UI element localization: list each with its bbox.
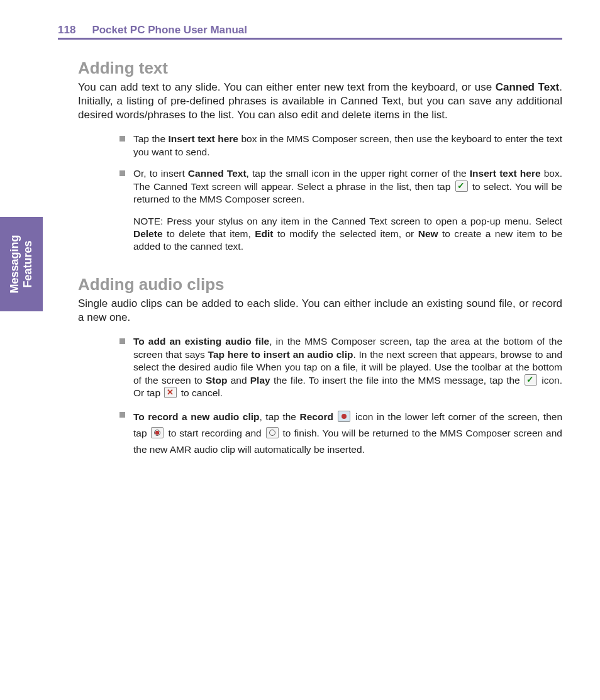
bold-canned-text: Canned Text bbox=[188, 168, 247, 179]
bold-record: Record bbox=[300, 411, 333, 422]
heading-adding-text: Adding text bbox=[78, 58, 562, 78]
x-icon bbox=[164, 387, 177, 398]
page-number: 118 bbox=[58, 24, 75, 36]
record-icon bbox=[338, 411, 350, 422]
text: Or, to insert bbox=[133, 168, 188, 179]
list-item: Tap the Insert text here box in the MMS … bbox=[116, 133, 562, 158]
record-stop-icon bbox=[266, 427, 279, 438]
side-tab-line2: Features bbox=[21, 240, 35, 287]
list-item: Or, to insert Canned Text, tap the small… bbox=[116, 167, 562, 253]
bold-new: New bbox=[418, 228, 438, 239]
bold-record-new-audio: To record a new audio clip bbox=[133, 411, 260, 422]
text: You can add text to any slide. You can e… bbox=[78, 81, 496, 93]
bold-insert-text-here: Insert text here bbox=[169, 133, 238, 144]
adding-audio-intro: Single audio clips can be added to each … bbox=[78, 297, 562, 325]
bold-insert-text-here: Insert text here bbox=[470, 168, 541, 179]
bold-delete: Delete bbox=[133, 228, 163, 239]
section-adding-audio: Adding audio clips Single audio clips ca… bbox=[78, 275, 562, 458]
bold-play: Play bbox=[250, 375, 270, 386]
bold-tap-here-insert-audio: Tap here to insert an audio clip bbox=[208, 349, 353, 360]
text: , tap the bbox=[260, 411, 300, 422]
text: Tap the bbox=[133, 133, 169, 144]
adding-text-intro: You can add text to any slide. You can e… bbox=[78, 81, 562, 121]
text: the file. To insert the file into the MM… bbox=[270, 375, 523, 386]
content: Adding text You can add text to any slid… bbox=[78, 58, 562, 476]
bold-stop: Stop bbox=[206, 375, 227, 386]
list-item: To add an existing audio file, in the MM… bbox=[116, 335, 562, 399]
text: NOTE: Press your stylus on any item in t… bbox=[133, 216, 562, 226]
check-icon bbox=[455, 181, 468, 192]
bold-edit: Edit bbox=[255, 228, 273, 239]
page: 118 Pocket PC Phone User Manual Messagin… bbox=[0, 0, 600, 700]
manual-title: Pocket PC Phone User Manual bbox=[92, 24, 247, 36]
check-icon bbox=[525, 374, 537, 386]
text: , tap the small icon in the upper right … bbox=[247, 168, 470, 179]
text: to start recording and bbox=[165, 428, 264, 438]
adding-text-list: Tap the Insert text here box in the MMS … bbox=[116, 133, 562, 253]
text: to cancel. bbox=[178, 387, 223, 398]
bold-add-existing-audio: To add an existing audio file bbox=[133, 336, 269, 347]
bold-canned-text: Canned Text bbox=[496, 81, 560, 93]
text: to delete that item, bbox=[163, 228, 255, 239]
note: NOTE: Press your stylus on any item in t… bbox=[133, 215, 562, 253]
side-tab: Messaging Features bbox=[0, 217, 43, 311]
list-item: To record a new audio clip, tap the Reco… bbox=[116, 409, 562, 458]
record-start-icon bbox=[151, 427, 164, 438]
text: and bbox=[227, 375, 250, 386]
page-header: 118 Pocket PC Phone User Manual bbox=[58, 24, 562, 40]
adding-audio-list: To add an existing audio file, in the MM… bbox=[116, 335, 562, 458]
text: to modify the selected item, or bbox=[274, 228, 418, 239]
side-tab-line1: Messaging bbox=[8, 235, 21, 293]
heading-adding-audio: Adding audio clips bbox=[78, 275, 562, 294]
